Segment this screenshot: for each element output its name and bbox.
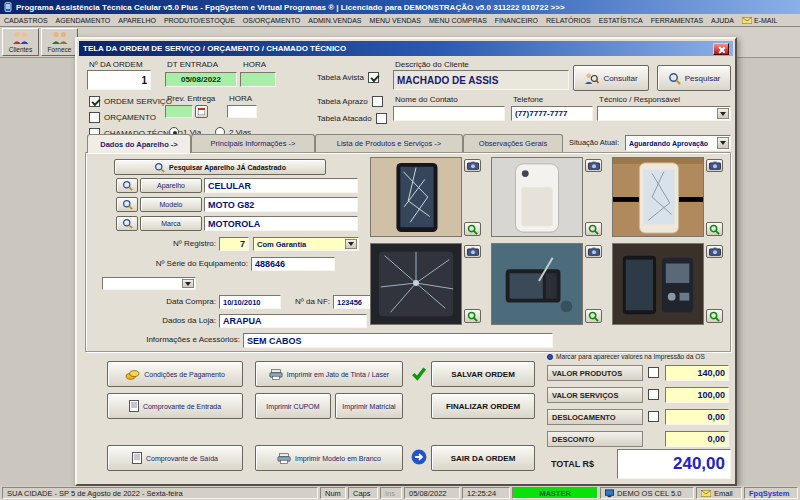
- zoom-button-4[interactable]: [464, 309, 481, 323]
- ordem-servico-checkbox[interactable]: ORDEM SERVIÇO: [89, 96, 172, 107]
- menu-agendamento[interactable]: AGENDAMENTO: [52, 17, 115, 24]
- tab-principais-informacoes[interactable]: Principais Informações ->: [191, 134, 315, 152]
- finalizar-ordem-button[interactable]: FINALIZAR ORDEM: [431, 393, 535, 419]
- valor-produtos-field[interactable]: 140,00: [665, 365, 729, 381]
- tabela-atacado-label: Tabela Atacado: [317, 114, 372, 123]
- garantia-combobox[interactable]: Com Garantia: [253, 237, 359, 251]
- salvar-ordem-button[interactable]: SALVAR ORDEM: [431, 361, 535, 387]
- tabela-aprazo-checkbox[interactable]: Tabela Aprazo: [317, 96, 383, 107]
- contact-name-field[interactable]: [393, 106, 505, 121]
- camera-button-6[interactable]: [706, 245, 723, 258]
- device-photo-2: [491, 157, 583, 237]
- valor-servicos-checkbox[interactable]: [648, 389, 659, 400]
- menu-menu-vendas[interactable]: MENU VENDAS: [366, 17, 425, 24]
- menu-relatorios[interactable]: RELATÓRIOS: [542, 17, 595, 24]
- aparelho-label-button[interactable]: Aparelho: [140, 178, 202, 193]
- info-field[interactable]: SEM CABOS: [243, 333, 553, 348]
- camera-button-1[interactable]: [464, 159, 481, 172]
- chevron-down-icon[interactable]: [717, 137, 729, 149]
- prev-entrega-field[interactable]: [165, 105, 193, 118]
- tab-observacoes-gerais[interactable]: Observações Gerais: [463, 134, 563, 152]
- menu-cadastros[interactable]: CADASTROS: [0, 17, 52, 24]
- window-titlebar: TELA DA ORDEM DE SERVIÇO / ORÇAMENTO / C…: [79, 41, 733, 56]
- phone-field[interactable]: (77)7777-7777: [511, 106, 593, 121]
- camera-button-4[interactable]: [464, 245, 481, 258]
- modelo-search-button[interactable]: [116, 197, 138, 212]
- search-device-button[interactable]: Pesquisar Aparelho JÁ Cadastrado: [114, 159, 326, 175]
- close-icon[interactable]: [713, 43, 729, 55]
- deslocamento-checkbox[interactable]: [648, 411, 659, 422]
- technician-combobox[interactable]: [597, 106, 731, 121]
- imprimir-matricial-button[interactable]: Imprimir Matricial: [335, 393, 403, 419]
- sair-ordem-button[interactable]: SAIR DA ORDEM: [431, 445, 535, 471]
- situacao-combobox[interactable]: Aguardando Aprovação: [625, 135, 731, 151]
- zoom-button-2[interactable]: [585, 222, 602, 236]
- compra-field[interactable]: 10/10/2010: [219, 295, 281, 309]
- chevron-down-icon[interactable]: [182, 279, 194, 288]
- menu-ferramentas[interactable]: FERRAMENTAS: [647, 17, 707, 24]
- desconto-label: DESCONTO: [547, 431, 643, 447]
- camera-button-2[interactable]: [585, 159, 602, 172]
- order-number-field[interactable]: 1: [87, 70, 151, 90]
- zoom-button-6[interactable]: [706, 309, 723, 323]
- modelo-field[interactable]: MOTO G82: [204, 197, 358, 212]
- chevron-down-icon[interactable]: [717, 108, 729, 119]
- menu-financeiro[interactable]: FINANCEIRO: [491, 17, 542, 24]
- tabela-atacado-checkbox[interactable]: Tabela Atacado: [317, 113, 387, 124]
- camera-button-5[interactable]: [585, 245, 602, 258]
- menu-admin-vendas[interactable]: ADMIN.VENDAS: [304, 17, 365, 24]
- menu-os-orcamento[interactable]: OS/ORÇAMENTO: [239, 17, 304, 24]
- consultar-button[interactable]: Consultar: [573, 65, 649, 91]
- clientes-button[interactable]: Clientes: [2, 28, 39, 56]
- aparelho-field[interactable]: CELULAR: [204, 178, 358, 193]
- exit-icon: [411, 449, 427, 465]
- pesquisar-button[interactable]: Pesquisar: [657, 65, 731, 91]
- prev-hora-field[interactable]: [227, 105, 257, 118]
- menu-produto-estoque[interactable]: PRODUTO/ESTOQUE: [160, 17, 239, 24]
- comprovante-entrada-button[interactable]: Comprovante de Entrada: [107, 393, 243, 419]
- imprimir-jato-button[interactable]: Imprimir em Jato de Tinta / Laser: [255, 361, 403, 387]
- menu-email[interactable]: E-MAIL: [738, 17, 781, 24]
- valor-servicos-field[interactable]: 100,00: [665, 387, 729, 403]
- imprimir-cupom-button[interactable]: Imprimir CUPOM: [255, 393, 331, 419]
- calendar-picker-button[interactable]: [195, 105, 208, 118]
- status-date: 05/08/2022: [404, 487, 460, 499]
- marca-field[interactable]: MOTOROLA: [204, 216, 358, 231]
- entry-hour-field[interactable]: [240, 72, 276, 87]
- menu-menu-compras[interactable]: MENU COMPRAS: [425, 17, 491, 24]
- marca-label-button[interactable]: Marca: [140, 216, 202, 231]
- loja-field[interactable]: ARAPUA: [219, 314, 367, 328]
- chevron-down-icon[interactable]: [345, 239, 357, 249]
- fornecedores-button[interactable]: Fornece: [41, 28, 78, 56]
- device-photo-5: [491, 243, 583, 325]
- marca-search-button[interactable]: [116, 216, 138, 231]
- imprimir-modelo-branco-button[interactable]: Imprimir Modelo em Branco: [255, 445, 403, 471]
- serie-field[interactable]: 488646: [251, 257, 335, 271]
- registro-field[interactable]: 7: [219, 237, 249, 251]
- zoom-button-1[interactable]: [464, 222, 481, 236]
- menu-ajuda[interactable]: AJUDA: [707, 17, 738, 24]
- menu-aparelho[interactable]: APARELHO: [114, 17, 160, 24]
- menu-estatistica[interactable]: ESTATÍSTICA: [595, 17, 647, 24]
- modelo-label-button[interactable]: Modelo: [140, 197, 202, 212]
- tabela-avista-checkbox[interactable]: Tabela Avista: [317, 72, 379, 83]
- entry-date-field[interactable]: 05/08/2022: [165, 72, 237, 87]
- ordem-servico-label: ORDEM SERVIÇO: [104, 97, 172, 106]
- zoom-button-5[interactable]: [585, 309, 602, 323]
- zoom-button-3[interactable]: [706, 222, 723, 236]
- comprovante-saida-button[interactable]: Comprovante de Saída: [107, 445, 243, 471]
- camera-button-3[interactable]: [706, 159, 723, 172]
- status-email-button[interactable]: Email: [696, 487, 742, 499]
- desconto-field[interactable]: 0,00: [665, 431, 729, 447]
- condicoes-pagamento-button[interactable]: Condições de Pagamento: [107, 361, 243, 387]
- tab-produtos-servicos[interactable]: Lista de Produtos e Serviços ->: [315, 134, 463, 152]
- extra-combobox[interactable]: [102, 277, 196, 290]
- nf-field[interactable]: 123456: [333, 295, 371, 309]
- deslocamento-field[interactable]: 0,00: [665, 409, 729, 425]
- valor-produtos-checkbox[interactable]: [648, 367, 659, 378]
- tab-dados-aparelho[interactable]: Dados do Aparelho ->: [87, 134, 191, 153]
- aparelho-search-button[interactable]: [116, 178, 138, 193]
- orcamento-checkbox[interactable]: ORÇAMENTO: [89, 112, 156, 123]
- client-name-field[interactable]: MACHADO DE ASSIS: [393, 70, 569, 90]
- device-photo-4: [370, 243, 462, 325]
